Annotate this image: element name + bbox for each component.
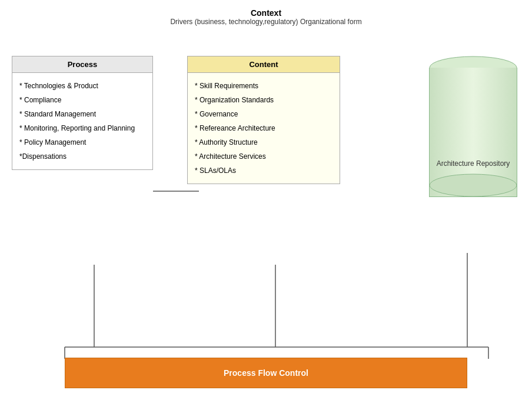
page: Context Drivers (business, technology,re… bbox=[0, 0, 532, 400]
process-item-6: *Dispensations bbox=[19, 149, 145, 164]
content-box-body: * Skill Requirements * Organization Stan… bbox=[188, 73, 340, 184]
content-item-7: * SLAs/OLAs bbox=[195, 164, 332, 178]
svg-point-8 bbox=[430, 174, 517, 196]
process-item-5: * Policy Management bbox=[19, 135, 145, 149]
process-box: Process * Technologies & Product * Compl… bbox=[12, 56, 153, 170]
context-title: Context bbox=[0, 8, 532, 18]
content-box-header: Content bbox=[188, 56, 340, 73]
process-item-1: * Technologies & Product bbox=[19, 79, 145, 93]
process-box-body: * Technologies & Product * Compliance * … bbox=[12, 73, 152, 169]
content-item-6: * Architecture Services bbox=[195, 149, 332, 164]
arch-repo-label: Architecture Repository bbox=[429, 159, 517, 168]
process-flow-box: Process Flow Control bbox=[65, 358, 467, 388]
process-box-header: Process bbox=[12, 56, 152, 73]
content-item-3: * Governance bbox=[195, 107, 332, 121]
process-item-3: * Standard Management bbox=[19, 107, 145, 121]
cylinder-shape: Architecture Repository bbox=[429, 56, 517, 197]
cylinder-bottom-ellipse bbox=[429, 174, 517, 197]
content-item-1: * Skill Requirements bbox=[195, 79, 332, 93]
process-flow-label: Process Flow Control bbox=[224, 368, 308, 378]
process-item-4: * Monitoring, Reporting and Planning bbox=[19, 121, 145, 135]
content-item-2: * Organization Standards bbox=[195, 93, 332, 107]
context-subtitle: Drivers (business, technology,regulatory… bbox=[0, 18, 532, 26]
content-box: Content * Skill Requirements * Organizat… bbox=[187, 56, 340, 184]
process-item-2: * Compliance bbox=[19, 93, 145, 107]
content-item-4: * Refereance Architecture bbox=[195, 121, 332, 135]
context-header: Context Drivers (business, technology,re… bbox=[0, 0, 532, 26]
arch-repo: Architecture Repository bbox=[426, 56, 520, 232]
content-item-5: * Authority Structure bbox=[195, 135, 332, 149]
